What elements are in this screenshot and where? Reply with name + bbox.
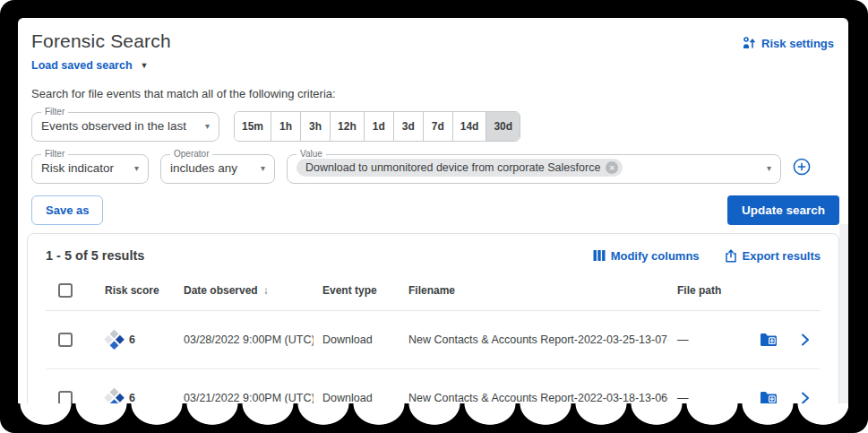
event-type-cell: Download: [314, 392, 400, 403]
row-checkbox[interactable]: [58, 391, 73, 403]
row-actions-cell: [751, 333, 821, 347]
value-chip-label: Download to unmonitored device from corp…: [305, 161, 600, 174]
results-summary: 1 - 5 of 5 results: [46, 248, 144, 263]
table-row[interactable]: 6 03/21/2022 9:00PM (UTC) Download New C…: [46, 369, 821, 403]
operator-value: includes any: [170, 161, 237, 175]
risk-settings-label: Risk settings: [761, 37, 834, 50]
chevron-right-icon: [801, 392, 810, 403]
add-to-case-button[interactable]: [760, 333, 778, 347]
chip-remove-icon[interactable]: ✕: [606, 161, 618, 174]
load-saved-search: Load saved search ▼: [31, 59, 835, 72]
update-search-button[interactable]: Update search: [727, 195, 839, 225]
file-path-cell: —: [668, 392, 751, 403]
row-checkbox[interactable]: [58, 333, 73, 347]
file-path-cell: —: [668, 333, 751, 346]
add-to-case-button[interactable]: [760, 391, 778, 403]
criteria-instruction: Search for file events that match all of…: [31, 87, 835, 100]
forensic-search-page: Forensic Search Risk settings Load saved…: [18, 18, 848, 403]
column-header-event-type[interactable]: Event type: [314, 284, 400, 297]
value-chip: Download to unmonitored device from corp…: [296, 159, 623, 177]
expand-row-button[interactable]: [801, 333, 810, 346]
event-type-cell: Download: [314, 333, 400, 346]
value-multiselect[interactable]: Value Download to unmonitored device fro…: [287, 150, 781, 184]
export-results-label: Export results: [743, 249, 821, 263]
search-actions-row: Save as Update search: [31, 195, 839, 225]
operator-label: Operator: [170, 150, 212, 159]
chevron-down-icon: ▼: [141, 61, 149, 70]
date-observed-cell: 03/21/2022 9:00PM (UTC): [175, 392, 314, 403]
page-title: Forensic Search: [31, 30, 171, 52]
expand-row-button[interactable]: [801, 392, 810, 403]
circle-plus-icon: [793, 158, 811, 176]
risk-indicator-filter-value: Risk indicator: [41, 161, 114, 175]
results-header-actions: Modify columns Export results: [593, 249, 821, 263]
filename-cell: New Contacts & Accounts Report-2022-03-1…: [400, 392, 668, 403]
scrollbar[interactable]: [839, 224, 848, 403]
row-select-cell: [46, 391, 96, 403]
select-all-cell: [46, 283, 96, 298]
filter-row-risk: Filter Risk indicator ▾ Operator include…: [31, 150, 811, 184]
risk-settings-icon: [742, 36, 756, 50]
table-header-row: Risk score Date observed↓ Event type Fil…: [46, 270, 821, 311]
time-range-button-1h[interactable]: 1h: [271, 112, 300, 141]
risk-score-value: 6: [129, 392, 135, 403]
time-range-button-15m[interactable]: 15m: [235, 112, 271, 141]
modify-columns-label: Modify columns: [611, 249, 700, 263]
export-results-link[interactable]: Export results: [725, 249, 821, 263]
risk-settings-link[interactable]: Risk settings: [742, 36, 834, 50]
time-filter-select[interactable]: Filter Events observed in the last ▾: [31, 108, 219, 142]
load-saved-search-label: Load saved search: [31, 59, 133, 72]
operator-select[interactable]: Operator includes any ▾: [160, 150, 275, 184]
time-range-button-12h[interactable]: 12h: [330, 112, 364, 141]
value-label: Value: [296, 150, 326, 159]
page-header: Forensic Search Risk settings: [31, 30, 834, 52]
table-row[interactable]: 6 03/28/2022 9:00PM (UTC) Download New C…: [46, 311, 821, 369]
risk-indicator-filter-label: Filter: [41, 150, 68, 159]
column-header-filename[interactable]: Filename: [400, 284, 668, 297]
column-header-risk-score[interactable]: Risk score: [96, 284, 175, 297]
time-range-button-1d[interactable]: 1d: [364, 112, 393, 141]
export-icon: [725, 249, 737, 263]
folder-plus-icon: [760, 333, 778, 347]
add-filter-button[interactable]: [793, 158, 811, 176]
time-range-button-14d[interactable]: 14d: [452, 112, 486, 141]
filename-cell: New Contacts & Accounts Report-2022-03-2…: [400, 333, 668, 346]
risk-score-value: 6: [129, 333, 135, 346]
time-filter-label: Filter: [41, 108, 68, 117]
chevron-down-icon: ▾: [248, 163, 265, 173]
chevron-down-icon: ▾: [193, 121, 210, 131]
date-observed-cell: 03/28/2022 9:00PM (UTC): [175, 333, 314, 346]
row-actions-cell: [751, 391, 821, 403]
time-filter-value: Events observed in the last: [41, 119, 186, 133]
folder-plus-icon: [760, 391, 778, 403]
chevron-right-icon: [801, 333, 810, 346]
time-range-button-30d[interactable]: 30d: [486, 112, 520, 141]
load-saved-search-link[interactable]: Load saved search ▼: [31, 59, 148, 72]
column-header-date-observed[interactable]: Date observed↓: [175, 284, 314, 297]
risk-indicator-filter-select[interactable]: Filter Risk indicator ▾: [31, 150, 149, 184]
sort-descending-icon: ↓: [263, 284, 269, 297]
chevron-down-icon: ▾: [122, 163, 139, 173]
row-select-cell: [46, 333, 96, 347]
modify-columns-link[interactable]: Modify columns: [593, 249, 700, 263]
chevron-down-icon: ▾: [754, 163, 771, 173]
risk-score-cell: 6: [96, 391, 175, 404]
time-range-button-3h[interactable]: 3h: [300, 112, 330, 141]
results-header: 1 - 5 of 5 results Modify columns: [28, 234, 838, 270]
risk-severity-icon: [103, 329, 125, 351]
column-header-file-path[interactable]: File path: [668, 284, 751, 297]
save-as-button[interactable]: Save as: [31, 195, 103, 225]
columns-icon: [593, 249, 606, 262]
risk-severity-icon: [103, 387, 125, 403]
time-range-button-7d[interactable]: 7d: [423, 112, 452, 141]
torn-edge-decoration: [18, 403, 848, 430]
filter-row-time: Filter Events observed in the last ▾ 15m…: [31, 108, 834, 142]
select-all-checkbox[interactable]: [58, 283, 73, 298]
results-panel: 1 - 5 of 5 results Modify columns: [27, 233, 839, 403]
time-range-button-group: 15m 1h 3h 12h 1d 3d 7d 14d 30d: [234, 111, 520, 142]
time-range-button-3d[interactable]: 3d: [393, 112, 423, 141]
risk-score-cell: 6: [96, 333, 175, 348]
